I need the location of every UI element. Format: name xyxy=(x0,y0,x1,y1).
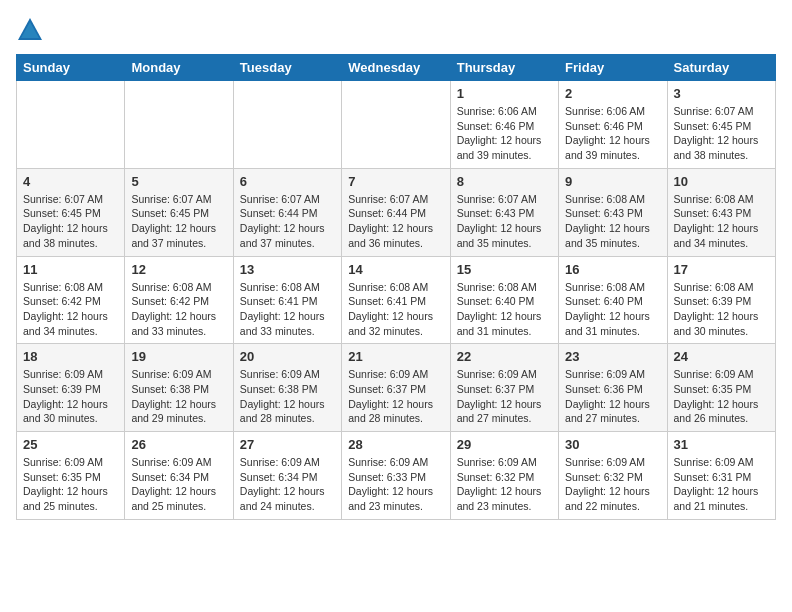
day-number: 29 xyxy=(457,437,552,452)
day-info: Sunrise: 6:07 AM Sunset: 6:44 PM Dayligh… xyxy=(348,192,443,251)
day-number: 20 xyxy=(240,349,335,364)
day-info: Sunrise: 6:08 AM Sunset: 6:40 PM Dayligh… xyxy=(565,280,660,339)
calendar-week-row: 4Sunrise: 6:07 AM Sunset: 6:45 PM Daylig… xyxy=(17,168,776,256)
calendar-cell: 30Sunrise: 6:09 AM Sunset: 6:32 PM Dayli… xyxy=(559,432,667,520)
logo xyxy=(16,16,48,44)
day-number: 27 xyxy=(240,437,335,452)
day-of-week-header: Sunday xyxy=(17,55,125,81)
day-of-week-header: Monday xyxy=(125,55,233,81)
day-info: Sunrise: 6:09 AM Sunset: 6:33 PM Dayligh… xyxy=(348,455,443,514)
day-info: Sunrise: 6:09 AM Sunset: 6:38 PM Dayligh… xyxy=(131,367,226,426)
logo-icon xyxy=(16,16,44,44)
day-number: 4 xyxy=(23,174,118,189)
calendar-cell: 19Sunrise: 6:09 AM Sunset: 6:38 PM Dayli… xyxy=(125,344,233,432)
calendar-cell xyxy=(233,81,341,169)
day-number: 22 xyxy=(457,349,552,364)
day-number: 13 xyxy=(240,262,335,277)
day-info: Sunrise: 6:09 AM Sunset: 6:34 PM Dayligh… xyxy=(240,455,335,514)
calendar-cell: 10Sunrise: 6:08 AM Sunset: 6:43 PM Dayli… xyxy=(667,168,775,256)
calendar-cell: 2Sunrise: 6:06 AM Sunset: 6:46 PM Daylig… xyxy=(559,81,667,169)
calendar-cell: 18Sunrise: 6:09 AM Sunset: 6:39 PM Dayli… xyxy=(17,344,125,432)
calendar-cell: 25Sunrise: 6:09 AM Sunset: 6:35 PM Dayli… xyxy=(17,432,125,520)
calendar-cell: 13Sunrise: 6:08 AM Sunset: 6:41 PM Dayli… xyxy=(233,256,341,344)
calendar-week-row: 1Sunrise: 6:06 AM Sunset: 6:46 PM Daylig… xyxy=(17,81,776,169)
calendar-cell: 17Sunrise: 6:08 AM Sunset: 6:39 PM Dayli… xyxy=(667,256,775,344)
day-number: 28 xyxy=(348,437,443,452)
calendar-cell: 20Sunrise: 6:09 AM Sunset: 6:38 PM Dayli… xyxy=(233,344,341,432)
day-info: Sunrise: 6:09 AM Sunset: 6:34 PM Dayligh… xyxy=(131,455,226,514)
day-number: 24 xyxy=(674,349,769,364)
day-number: 23 xyxy=(565,349,660,364)
calendar-cell: 24Sunrise: 6:09 AM Sunset: 6:35 PM Dayli… xyxy=(667,344,775,432)
days-of-week-row: SundayMondayTuesdayWednesdayThursdayFrid… xyxy=(17,55,776,81)
day-info: Sunrise: 6:09 AM Sunset: 6:37 PM Dayligh… xyxy=(348,367,443,426)
day-info: Sunrise: 6:08 AM Sunset: 6:42 PM Dayligh… xyxy=(23,280,118,339)
day-info: Sunrise: 6:07 AM Sunset: 6:45 PM Dayligh… xyxy=(23,192,118,251)
day-info: Sunrise: 6:06 AM Sunset: 6:46 PM Dayligh… xyxy=(457,104,552,163)
calendar-table: SundayMondayTuesdayWednesdayThursdayFrid… xyxy=(16,54,776,520)
calendar-cell: 14Sunrise: 6:08 AM Sunset: 6:41 PM Dayli… xyxy=(342,256,450,344)
calendar-cell: 21Sunrise: 6:09 AM Sunset: 6:37 PM Dayli… xyxy=(342,344,450,432)
day-of-week-header: Saturday xyxy=(667,55,775,81)
day-number: 17 xyxy=(674,262,769,277)
calendar-cell: 7Sunrise: 6:07 AM Sunset: 6:44 PM Daylig… xyxy=(342,168,450,256)
day-info: Sunrise: 6:08 AM Sunset: 6:39 PM Dayligh… xyxy=(674,280,769,339)
day-info: Sunrise: 6:08 AM Sunset: 6:41 PM Dayligh… xyxy=(348,280,443,339)
day-number: 2 xyxy=(565,86,660,101)
day-info: Sunrise: 6:09 AM Sunset: 6:39 PM Dayligh… xyxy=(23,367,118,426)
day-info: Sunrise: 6:09 AM Sunset: 6:32 PM Dayligh… xyxy=(457,455,552,514)
day-info: Sunrise: 6:09 AM Sunset: 6:37 PM Dayligh… xyxy=(457,367,552,426)
day-of-week-header: Wednesday xyxy=(342,55,450,81)
calendar-cell: 6Sunrise: 6:07 AM Sunset: 6:44 PM Daylig… xyxy=(233,168,341,256)
day-number: 26 xyxy=(131,437,226,452)
calendar-cell: 29Sunrise: 6:09 AM Sunset: 6:32 PM Dayli… xyxy=(450,432,558,520)
calendar-week-row: 11Sunrise: 6:08 AM Sunset: 6:42 PM Dayli… xyxy=(17,256,776,344)
day-number: 10 xyxy=(674,174,769,189)
calendar-header: SundayMondayTuesdayWednesdayThursdayFrid… xyxy=(17,55,776,81)
day-number: 8 xyxy=(457,174,552,189)
day-number: 19 xyxy=(131,349,226,364)
calendar-week-row: 25Sunrise: 6:09 AM Sunset: 6:35 PM Dayli… xyxy=(17,432,776,520)
calendar-cell: 22Sunrise: 6:09 AM Sunset: 6:37 PM Dayli… xyxy=(450,344,558,432)
calendar-cell: 9Sunrise: 6:08 AM Sunset: 6:43 PM Daylig… xyxy=(559,168,667,256)
calendar-cell: 3Sunrise: 6:07 AM Sunset: 6:45 PM Daylig… xyxy=(667,81,775,169)
day-info: Sunrise: 6:06 AM Sunset: 6:46 PM Dayligh… xyxy=(565,104,660,163)
day-number: 14 xyxy=(348,262,443,277)
day-of-week-header: Friday xyxy=(559,55,667,81)
day-info: Sunrise: 6:08 AM Sunset: 6:42 PM Dayligh… xyxy=(131,280,226,339)
calendar-cell: 11Sunrise: 6:08 AM Sunset: 6:42 PM Dayli… xyxy=(17,256,125,344)
day-info: Sunrise: 6:09 AM Sunset: 6:35 PM Dayligh… xyxy=(23,455,118,514)
day-info: Sunrise: 6:07 AM Sunset: 6:44 PM Dayligh… xyxy=(240,192,335,251)
day-number: 9 xyxy=(565,174,660,189)
calendar-body: 1Sunrise: 6:06 AM Sunset: 6:46 PM Daylig… xyxy=(17,81,776,520)
day-number: 18 xyxy=(23,349,118,364)
calendar-week-row: 18Sunrise: 6:09 AM Sunset: 6:39 PM Dayli… xyxy=(17,344,776,432)
day-number: 5 xyxy=(131,174,226,189)
day-info: Sunrise: 6:08 AM Sunset: 6:43 PM Dayligh… xyxy=(674,192,769,251)
calendar-cell: 27Sunrise: 6:09 AM Sunset: 6:34 PM Dayli… xyxy=(233,432,341,520)
day-number: 16 xyxy=(565,262,660,277)
day-number: 21 xyxy=(348,349,443,364)
day-number: 25 xyxy=(23,437,118,452)
calendar-cell: 4Sunrise: 6:07 AM Sunset: 6:45 PM Daylig… xyxy=(17,168,125,256)
day-info: Sunrise: 6:09 AM Sunset: 6:38 PM Dayligh… xyxy=(240,367,335,426)
page-header xyxy=(16,16,776,44)
day-info: Sunrise: 6:07 AM Sunset: 6:43 PM Dayligh… xyxy=(457,192,552,251)
day-number: 1 xyxy=(457,86,552,101)
day-info: Sunrise: 6:09 AM Sunset: 6:35 PM Dayligh… xyxy=(674,367,769,426)
calendar-cell xyxy=(342,81,450,169)
calendar-cell: 1Sunrise: 6:06 AM Sunset: 6:46 PM Daylig… xyxy=(450,81,558,169)
calendar-cell: 15Sunrise: 6:08 AM Sunset: 6:40 PM Dayli… xyxy=(450,256,558,344)
day-info: Sunrise: 6:08 AM Sunset: 6:40 PM Dayligh… xyxy=(457,280,552,339)
day-number: 30 xyxy=(565,437,660,452)
day-number: 6 xyxy=(240,174,335,189)
day-number: 15 xyxy=(457,262,552,277)
day-number: 3 xyxy=(674,86,769,101)
day-number: 12 xyxy=(131,262,226,277)
calendar-cell: 16Sunrise: 6:08 AM Sunset: 6:40 PM Dayli… xyxy=(559,256,667,344)
day-info: Sunrise: 6:07 AM Sunset: 6:45 PM Dayligh… xyxy=(131,192,226,251)
day-number: 31 xyxy=(674,437,769,452)
calendar-cell: 31Sunrise: 6:09 AM Sunset: 6:31 PM Dayli… xyxy=(667,432,775,520)
calendar-cell: 28Sunrise: 6:09 AM Sunset: 6:33 PM Dayli… xyxy=(342,432,450,520)
day-info: Sunrise: 6:08 AM Sunset: 6:43 PM Dayligh… xyxy=(565,192,660,251)
